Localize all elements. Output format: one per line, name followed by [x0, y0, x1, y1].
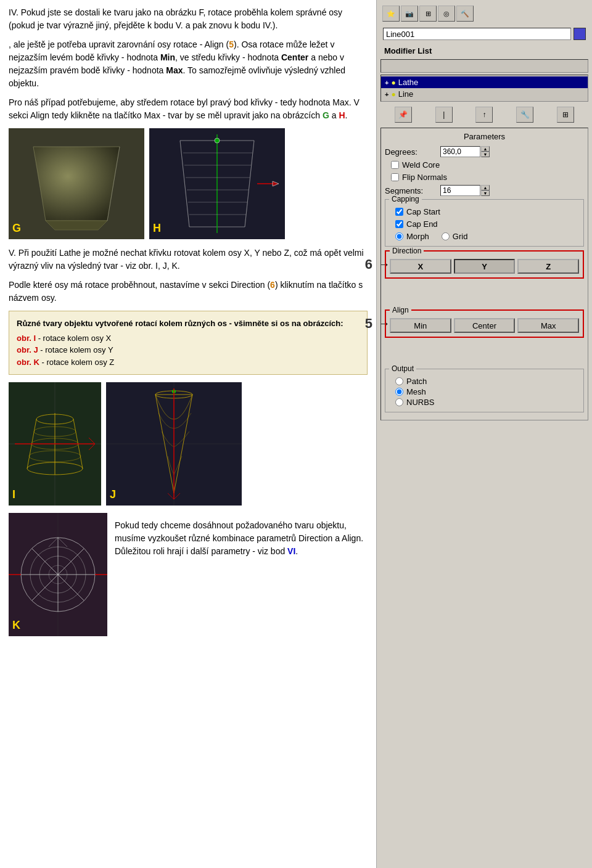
name-field-row	[380, 26, 588, 42]
image-h: H	[149, 128, 285, 239]
morph-radio[interactable]	[395, 232, 403, 240]
j-svg	[106, 382, 242, 506]
right-column: ⭐ 📷 ⊞ ◎ 🔨 Modifier List + ● Lathe + ● Li…	[376, 0, 592, 868]
degrees-down-btn[interactable]: ▼	[481, 152, 490, 157]
flip-normals-checkbox[interactable]	[391, 173, 399, 181]
output-patch-radio[interactable]	[395, 377, 403, 385]
output-mesh-row: Mesh	[389, 387, 580, 396]
morph-label: Morph	[406, 232, 429, 241]
info-box: Různé tvary objektu vytvořené rotací kol…	[9, 311, 368, 375]
h-label: H	[153, 220, 161, 237]
paragraph-4: V. Při použití Lathe je možné nechat kři…	[9, 247, 368, 272]
image-i: I	[9, 382, 101, 506]
degrees-row: Degrees: ▲ ▼	[385, 146, 584, 157]
k-svg	[9, 513, 107, 636]
lathe-expand-icon: +	[385, 79, 388, 86]
cap-end-row: Cap End	[389, 219, 580, 229]
align-min-btn[interactable]: Min	[390, 318, 451, 333]
modifier-dropdown[interactable]	[380, 59, 588, 73]
icon-wrench[interactable]: 🔧	[516, 107, 533, 123]
bottom-text: Pokud tedy chceme dosáhnout požadovaného…	[115, 513, 368, 636]
modifier-list-label: Modifier List	[380, 44, 588, 57]
paragraph-3: Pro náš případ potřebujeme, aby středem …	[9, 96, 368, 122]
image-g: G	[9, 128, 144, 239]
info-line-j: obr. J - rotace kolem osy Y	[17, 344, 360, 356]
cap-start-label: Cap Start	[406, 207, 440, 216]
dir-num: 6	[270, 280, 275, 290]
output-mesh-radio[interactable]	[395, 388, 403, 396]
lathe-bulb-icon: ●	[391, 78, 395, 87]
output-nurbs-radio[interactable]	[395, 398, 403, 406]
dir-y-btn[interactable]: Y	[454, 259, 516, 274]
name-input[interactable]	[383, 28, 571, 40]
g-ref: G	[323, 110, 329, 120]
modifier-item-lathe[interactable]: + ● Lathe	[381, 76, 588, 88]
params-title: Parameters	[385, 132, 584, 141]
modifier-item-line[interactable]: + ● Line	[381, 88, 588, 100]
align-section: Align Min Center Max	[385, 309, 584, 338]
toolbar-row1: ⭐ 📷 ⊞ ◎ 🔨	[380, 4, 588, 23]
align-buttons: Min Center Max	[390, 318, 579, 333]
dir-x-btn[interactable]: X	[390, 259, 451, 274]
degrees-spinners: ▲ ▼	[481, 146, 490, 157]
j-label: J	[110, 486, 116, 503]
line-expand-icon: +	[385, 91, 388, 98]
cap-end-label: Cap End	[406, 219, 438, 229]
lathe-label: Lathe	[398, 78, 419, 87]
cap-start-checkbox[interactable]	[395, 208, 403, 216]
g-svg	[9, 128, 144, 239]
flip-normals-label: Flip Normals	[402, 173, 447, 182]
paragraph-5: Podle které osy má rotace proběhnout, na…	[9, 279, 368, 305]
output-section: Output Patch Mesh NURBS	[385, 369, 584, 412]
modifier-panel: + ● Lathe + ● Line	[380, 75, 588, 102]
weld-core-label: Weld Core	[402, 160, 440, 170]
toolbar-btn-hammer[interactable]: 🔨	[456, 6, 474, 22]
icon-grid2[interactable]: ⊞	[557, 107, 574, 123]
info-line-k: obr. K - rotace kolem osy Z	[17, 356, 360, 369]
segments-spinners: ▲ ▼	[481, 185, 490, 196]
toolbar-btn-star[interactable]: ⭐	[382, 6, 400, 22]
degrees-up-btn[interactable]: ▲	[481, 146, 490, 152]
capping-group: Capping Cap Start Cap End Morph Grid	[385, 199, 584, 247]
output-patch-row: Patch	[389, 377, 580, 386]
output-title: Output	[389, 364, 416, 373]
align-title: Align	[390, 306, 411, 314]
image-j: J	[106, 382, 242, 506]
icon-up[interactable]: ↑	[475, 107, 493, 123]
k-label: K	[12, 617, 20, 634]
bottom-paragraph: Pokud tedy chceme dosáhnout požadovaného…	[115, 519, 368, 558]
capping-title: Capping	[389, 195, 422, 203]
align-max-btn[interactable]: Max	[517, 318, 579, 333]
toolbar-btn-grid[interactable]: ⊞	[419, 6, 437, 22]
toolbar-btn-camera[interactable]: 📷	[401, 6, 418, 22]
align-center-btn[interactable]: Center	[454, 318, 516, 333]
h-svg	[149, 128, 285, 239]
svg-marker-1	[33, 147, 120, 221]
line-label: Line	[398, 89, 414, 99]
line-bulb-icon: ●	[391, 90, 395, 99]
segments-down-btn[interactable]: ▼	[481, 190, 490, 196]
color-swatch[interactable]	[574, 28, 586, 40]
grid-row: Grid	[442, 232, 468, 241]
svg-point-18	[215, 138, 220, 143]
i-label: I	[12, 486, 15, 503]
output-nurbs-label: NURBS	[406, 398, 435, 407]
grid-radio[interactable]	[442, 232, 450, 240]
grid-label: Grid	[453, 232, 468, 241]
segments-input[interactable]	[440, 185, 480, 196]
output-patch-label: Patch	[406, 377, 427, 386]
direction-title: Direction	[390, 247, 424, 255]
i-svg	[9, 382, 101, 506]
icon-pin[interactable]: 📌	[395, 107, 412, 123]
dir-z-btn[interactable]: Z	[517, 259, 579, 274]
cap-end-checkbox[interactable]	[395, 220, 403, 228]
segments-up-btn[interactable]: ▲	[481, 185, 490, 190]
left-column: IV. Pokud jste se dostali ke tvaru jako …	[0, 0, 376, 868]
toolbar-btn-circle[interactable]: ◎	[438, 6, 455, 22]
weld-core-checkbox[interactable]	[391, 161, 399, 169]
direction-section: Direction X Y Z	[385, 250, 584, 279]
icon-pipe[interactable]: |	[435, 107, 453, 123]
h-ref: H	[339, 110, 345, 120]
icon-row2: 📌 | ↑ 🔧 ⊞	[380, 104, 588, 125]
degrees-input[interactable]	[440, 146, 480, 157]
